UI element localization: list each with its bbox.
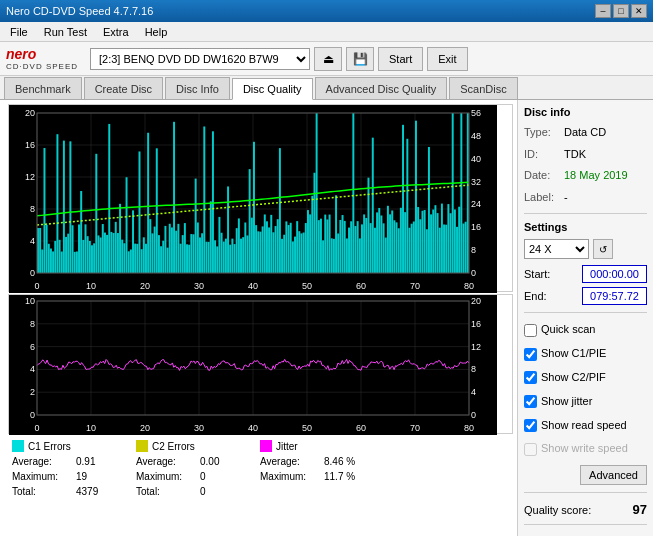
title-bar: Nero CD-DVD Speed 4.7.7.16 – □ ✕ bbox=[0, 0, 653, 22]
disc-type-label: Type: bbox=[524, 124, 560, 142]
speed-row: 24 X ↺ bbox=[524, 239, 647, 259]
show-read-speed-checkbox[interactable] bbox=[524, 419, 537, 432]
menu-run-test[interactable]: Run Test bbox=[38, 24, 93, 40]
c1-values: Average: 0.91 Maximum: 19 Total: 4379 bbox=[12, 454, 116, 499]
nero-logo: nero CD·DVD SPEED bbox=[6, 46, 78, 71]
close-button[interactable]: ✕ bbox=[631, 4, 647, 18]
speed-selector[interactable]: 24 X bbox=[524, 239, 589, 259]
show-c2-checkbox[interactable] bbox=[524, 371, 537, 384]
c2-total-label: Total: bbox=[136, 484, 196, 499]
maximize-button[interactable]: □ bbox=[613, 4, 629, 18]
disc-info-title: Disc info bbox=[524, 106, 647, 118]
quick-scan-label: Quick scan bbox=[541, 320, 595, 340]
end-time-row: End: bbox=[524, 287, 647, 305]
c1-max-label: Maximum: bbox=[12, 469, 72, 484]
right-panel: Disc info Type: Data CD ID: TDK Date: 18… bbox=[517, 100, 653, 536]
c1-max-value: 19 bbox=[76, 469, 116, 484]
legend-jitter: Jitter Average: 8.46 % Maximum: 11.7 % bbox=[260, 440, 364, 499]
divider-4 bbox=[524, 524, 647, 525]
disc-label-label: Label: bbox=[524, 189, 560, 207]
show-read-speed-label: Show read speed bbox=[541, 416, 627, 436]
c2-avg-value: 0.00 bbox=[200, 454, 240, 469]
show-read-speed-row: Show read speed bbox=[524, 416, 647, 436]
tab-create-disc[interactable]: Create Disc bbox=[84, 77, 163, 99]
menu-extra[interactable]: Extra bbox=[97, 24, 135, 40]
show-write-speed-label: Show write speed bbox=[541, 439, 628, 459]
c2-values: Average: 0.00 Maximum: 0 Total: 0 bbox=[136, 454, 240, 499]
settings-title: Settings bbox=[524, 221, 647, 233]
jitter-avg-value: 8.46 % bbox=[324, 454, 364, 469]
lower-chart bbox=[8, 294, 513, 434]
end-time-input[interactable] bbox=[582, 287, 647, 305]
jitter-max-value: 11.7 % bbox=[324, 469, 364, 484]
c1-total-value: 4379 bbox=[76, 484, 116, 499]
exit-button[interactable]: Exit bbox=[427, 47, 467, 71]
show-c2-row: Show C2/PIF bbox=[524, 368, 647, 388]
show-jitter-row: Show jitter bbox=[524, 392, 647, 412]
menu-help[interactable]: Help bbox=[139, 24, 174, 40]
tab-disc-info[interactable]: Disc Info bbox=[165, 77, 230, 99]
toolbar: nero CD·DVD SPEED [2:3] BENQ DVD DD DW16… bbox=[0, 42, 653, 76]
tab-benchmark[interactable]: Benchmark bbox=[4, 77, 82, 99]
disc-id-row: ID: TDK bbox=[524, 146, 647, 164]
disc-id-label: ID: bbox=[524, 146, 560, 164]
save-button[interactable]: 💾 bbox=[346, 47, 374, 71]
disc-type-value: Data CD bbox=[564, 124, 606, 142]
minimize-button[interactable]: – bbox=[595, 4, 611, 18]
show-jitter-checkbox[interactable] bbox=[524, 395, 537, 408]
c1-label: C1 Errors bbox=[28, 441, 71, 452]
c2-max-value: 0 bbox=[200, 469, 240, 484]
progress-row: Progress: 100 % bbox=[524, 532, 647, 536]
main-content: C1 Errors Average: 0.91 Maximum: 19 Tota… bbox=[0, 100, 653, 536]
disc-type-row: Type: Data CD bbox=[524, 124, 647, 142]
c2-max-label: Maximum: bbox=[136, 469, 196, 484]
show-c1-checkbox[interactable] bbox=[524, 348, 537, 361]
c2-label: C2 Errors bbox=[152, 441, 195, 452]
divider-3 bbox=[524, 492, 647, 493]
window-controls: – □ ✕ bbox=[595, 4, 647, 18]
c1-total-label: Total: bbox=[12, 484, 72, 499]
disc-label-value: - bbox=[564, 189, 568, 207]
c2-avg-label: Average: bbox=[136, 454, 196, 469]
start-time-row: Start: bbox=[524, 265, 647, 283]
divider-1 bbox=[524, 213, 647, 214]
c1-avg-value: 0.91 bbox=[76, 454, 116, 469]
disc-id-value: TDK bbox=[564, 146, 586, 164]
c2-color-dot bbox=[136, 440, 148, 452]
progress-value: 100 % bbox=[616, 532, 647, 536]
jitter-max-label: Maximum: bbox=[260, 469, 320, 484]
quick-scan-row: Quick scan bbox=[524, 320, 647, 340]
menu-file[interactable]: File bbox=[4, 24, 34, 40]
divider-2 bbox=[524, 312, 647, 313]
end-time-label: End: bbox=[524, 290, 547, 302]
quality-score-value: 97 bbox=[633, 502, 647, 517]
advanced-button[interactable]: Advanced bbox=[580, 465, 647, 485]
quality-score-row: Quality score: 97 bbox=[524, 502, 647, 517]
tab-advanced-disc-quality[interactable]: Advanced Disc Quality bbox=[315, 77, 448, 99]
upper-chart bbox=[8, 104, 513, 292]
nero-logo-text: nero bbox=[6, 46, 78, 62]
jitter-avg-label: Average: bbox=[260, 454, 320, 469]
disc-date-row: Date: 18 May 2019 bbox=[524, 167, 647, 185]
tab-scan-disc[interactable]: ScanDisc bbox=[449, 77, 517, 99]
disc-date-value: 18 May 2019 bbox=[564, 167, 628, 185]
progress-label: Progress: bbox=[524, 532, 571, 536]
show-c2-label: Show C2/PIF bbox=[541, 368, 606, 388]
start-time-input[interactable] bbox=[582, 265, 647, 283]
progress-section: Progress: 100 % Position: 79:55.00 Speed… bbox=[524, 532, 647, 536]
drive-selector[interactable]: [2:3] BENQ DVD DD DW1620 B7W9 bbox=[90, 48, 310, 70]
start-button[interactable]: Start bbox=[378, 47, 423, 71]
show-write-speed-row: Show write speed bbox=[524, 439, 647, 459]
menu-bar: File Run Test Extra Help bbox=[0, 22, 653, 42]
show-write-speed-checkbox[interactable] bbox=[524, 443, 537, 456]
nero-logo-sub: CD·DVD SPEED bbox=[6, 62, 78, 71]
legend-c2: C2 Errors Average: 0.00 Maximum: 0 Total… bbox=[136, 440, 240, 499]
show-c1-label: Show C1/PIE bbox=[541, 344, 606, 364]
refresh-button[interactable]: ↺ bbox=[593, 239, 613, 259]
eject-button[interactable]: ⏏ bbox=[314, 47, 342, 71]
chart-area: C1 Errors Average: 0.91 Maximum: 19 Tota… bbox=[0, 100, 517, 536]
show-jitter-label: Show jitter bbox=[541, 392, 592, 412]
disc-date-label: Date: bbox=[524, 167, 560, 185]
quick-scan-checkbox[interactable] bbox=[524, 324, 537, 337]
tab-disc-quality[interactable]: Disc Quality bbox=[232, 78, 313, 100]
